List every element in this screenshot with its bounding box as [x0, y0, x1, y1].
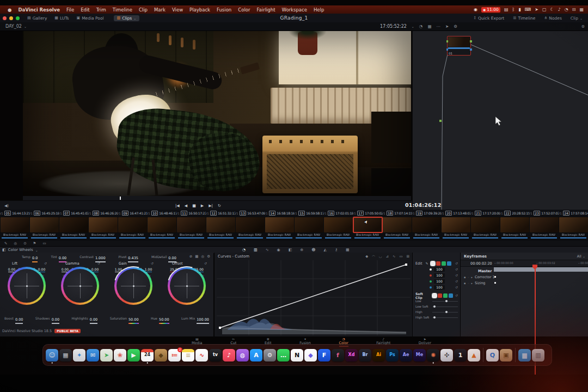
clip-thumbnail[interactable]	[324, 217, 353, 232]
dock-figma[interactable]: f	[332, 349, 344, 362]
timeline-selector[interactable]: DAY_02 ⌄	[0, 24, 27, 29]
clip-thumbnail[interactable]	[118, 217, 147, 232]
dock-facetime[interactable]: ▶	[127, 349, 140, 362]
channel-chip[interactable]	[436, 261, 440, 266]
color-wheels-icon[interactable]: ◔	[242, 248, 246, 252]
high-soft-slider[interactable]: High Soft	[413, 315, 461, 320]
channel-chip[interactable]	[443, 293, 448, 298]
dock-app-fox[interactable]: ▲	[468, 349, 480, 362]
gear-icon[interactable]: ⚙	[207, 254, 210, 259]
dock-podcasts[interactable]: ◍	[236, 349, 249, 362]
reset-icon[interactable]: ↺	[455, 273, 458, 277]
menu-item-playback[interactable]: Playback	[186, 7, 213, 13]
zoom-icon[interactable]: ⊙	[23, 241, 26, 246]
display-icon[interactable]: ▢	[542, 7, 547, 12]
clip-thumbnail[interactable]	[148, 217, 176, 232]
dock-mail[interactable]: ✉	[87, 349, 99, 362]
reset-icon[interactable]: ↺	[455, 267, 458, 271]
lum-vs-sat-icon[interactable]: ∿	[393, 254, 395, 259]
clock-icon[interactable]: ◔	[565, 7, 568, 12]
slider-knob[interactable]	[433, 316, 436, 318]
clip-thumbnail[interactable]	[236, 217, 265, 232]
clip-header[interactable]: V10516:44:13:21	[0, 210, 29, 217]
dock-photoshop[interactable]: Ps	[386, 349, 399, 362]
no-icon[interactable]: ⊘	[189, 254, 192, 259]
audio-mute-icon[interactable]: ◀⟩	[4, 204, 9, 208]
reset-icon[interactable]: ↺	[455, 293, 458, 297]
dock-unarchiver[interactable]: ▣	[500, 349, 512, 362]
viewer[interactable]	[23, 31, 411, 196]
menu-item-clip[interactable]: Clip	[136, 7, 151, 13]
jog-playhead[interactable]	[120, 197, 121, 200]
menu-item-help[interactable]: Help	[310, 7, 327, 13]
node-input-dot[interactable]	[446, 40, 449, 42]
color-wheel-icon[interactable]: ◔	[419, 24, 423, 29]
play-button[interactable]: ▶	[201, 204, 204, 208]
clip-header[interactable]: V11817:07:14:15	[382, 210, 412, 217]
qualifier-icon[interactable]: ◉	[277, 248, 280, 252]
flag-icon[interactable]: ⚑	[33, 241, 36, 246]
clip-thumbnail[interactable]	[383, 217, 412, 232]
dock-app-prism[interactable]: ◆	[304, 349, 317, 362]
clip-thumbnail[interactable]	[265, 217, 294, 232]
lum-mix-param[interactable]: Lum Mix100.00	[181, 313, 209, 324]
primary-bars-icon[interactable]: ▥	[254, 248, 258, 252]
dock-trash[interactable]: ▥	[532, 349, 544, 362]
stop-button[interactable]: ■	[192, 204, 196, 208]
shadows-param[interactable]: Shadows0.00	[35, 313, 59, 324]
power-window-icon[interactable]: ◧	[289, 248, 292, 252]
clip-thumbnail[interactable]: ➤	[353, 217, 382, 232]
clip-thumbnail[interactable]	[295, 217, 323, 232]
channel-chip[interactable]	[442, 261, 446, 266]
menu-item-mark[interactable]: Mark	[151, 7, 169, 13]
blur-icon[interactable]: ◭	[324, 248, 327, 252]
clip-thumbnail[interactable]	[59, 217, 88, 232]
dock-framer[interactable]: F	[318, 349, 330, 362]
dock-system-settings[interactable]: ⚙	[264, 349, 276, 362]
dock-launchpad[interactable]: ▦	[59, 349, 72, 362]
dock-safari[interactable]: ✦	[73, 349, 85, 362]
gear-icon[interactable]: ⚙	[454, 24, 457, 29]
dock-finder[interactable]: ☺	[46, 349, 58, 362]
channel-chip[interactable]	[438, 293, 442, 298]
menu-item-davinci-resolve[interactable]: DaVinci Resolve	[15, 7, 63, 13]
dock-apple-tv[interactable]: tv	[209, 349, 222, 362]
clip-header[interactable]: V10616:45:25:18	[29, 210, 59, 217]
dock-notion[interactable]: N	[291, 349, 303, 362]
dock-adobe-xd[interactable]: Xd	[345, 349, 358, 362]
volume-icon[interactable]: ♪	[558, 7, 561, 12]
clip-thumbnail[interactable]	[530, 217, 559, 232]
channel-value[interactable]: 100	[434, 273, 445, 278]
clip-header[interactable]: V11216:51:32:13	[206, 210, 235, 217]
switch-icon[interactable]: ⊟	[572, 7, 576, 12]
slider-knob[interactable]	[433, 305, 436, 308]
reset-icon[interactable]: ↺	[44, 261, 47, 265]
menu-item-trim[interactable]: Trim	[93, 7, 109, 13]
clip-header[interactable]: V11917:09:39:20	[412, 210, 441, 217]
clip-thumbnail[interactable]	[30, 217, 59, 232]
lift-wheel[interactable]: Lift↺0.000.000.000.00	[0, 260, 53, 313]
custom-curve-icon[interactable]: ◆	[365, 254, 368, 259]
dock-davinci-resolve[interactable]: ✺	[427, 349, 439, 362]
clip-header[interactable]: V12220:28:52:15	[500, 210, 529, 217]
keyframes-filter[interactable]: All ⌄	[577, 254, 585, 259]
curves-menu-icon[interactable]: ⊞	[407, 254, 409, 259]
hue-vs-hue-icon[interactable]: ◠	[372, 254, 375, 259]
key-icon[interactable]: ⚷	[335, 248, 338, 252]
sat-vs-sat-icon[interactable]: ▭	[399, 254, 402, 259]
curves-graph[interactable]	[217, 260, 411, 335]
low-soft-slider[interactable]: Low Soft	[413, 304, 461, 309]
target-icon[interactable]: ◎	[14, 241, 17, 246]
keyframe-dot[interactable]	[494, 276, 496, 278]
clip-header[interactable]: V11116:50:17:23	[176, 210, 206, 217]
pointer-icon[interactable]: ➤	[445, 24, 449, 29]
clip-thumbnail[interactable]	[559, 217, 588, 232]
frame-icon[interactable]: ▭	[42, 241, 46, 246]
magic-mask-icon[interactable]: ☻	[311, 248, 315, 252]
hue-param[interactable]: Hue50.00	[151, 313, 169, 324]
boost-param[interactable]: Boost0.00	[4, 313, 23, 324]
gain-wheel[interactable]: Gain↺1.001.001.001.00	[107, 260, 160, 313]
keyboard-icon[interactable]: ⌨	[525, 7, 531, 12]
dock-after-effects[interactable]: Ae	[400, 349, 412, 362]
dock-photos[interactable]: ❀	[114, 349, 126, 362]
